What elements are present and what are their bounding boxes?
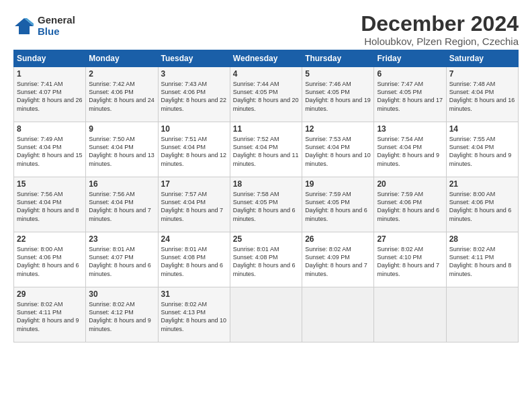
- calendar-cell: [374, 287, 446, 342]
- day-number: 5: [305, 69, 371, 79]
- calendar-cell: 16 Sunrise: 7:56 AMSunset: 4:04 PMDaylig…: [86, 177, 158, 232]
- calendar-cell: 31 Sunrise: 8:02 AMSunset: 4:13 PMDaylig…: [158, 287, 230, 342]
- calendar-cell: 25 Sunrise: 8:01 AMSunset: 4:08 PMDaylig…: [230, 232, 302, 287]
- logo-text: General Blue: [38, 15, 75, 37]
- calendar-cell: 19 Sunrise: 7:59 AMSunset: 4:05 PMDaylig…: [302, 177, 374, 232]
- calendar-cell: [230, 287, 302, 342]
- calendar-week-1: 8 Sunrise: 7:49 AMSunset: 4:04 PMDayligh…: [14, 122, 519, 177]
- day-number: 3: [161, 69, 227, 79]
- calendar-cell: 4 Sunrise: 7:44 AMSunset: 4:05 PMDayligh…: [230, 67, 302, 122]
- day-number: 16: [89, 179, 154, 189]
- cell-info: Sunrise: 7:41 AMSunset: 4:07 PMDaylight:…: [17, 81, 83, 111]
- cell-info: Sunrise: 7:54 AMSunset: 4:04 PMDaylight:…: [377, 136, 439, 167]
- logo: General Blue: [13, 15, 75, 37]
- logo-icon: [13, 17, 35, 36]
- calendar-cell: 1 Sunrise: 7:41 AMSunset: 4:07 PMDayligh…: [14, 67, 86, 122]
- cell-info: Sunrise: 8:01 AMSunset: 4:07 PMDaylight:…: [89, 246, 151, 277]
- day-number: 20: [377, 179, 443, 189]
- day-number: 2: [89, 69, 154, 79]
- calendar-cell: 17 Sunrise: 7:57 AMSunset: 4:04 PMDaylig…: [158, 177, 230, 232]
- month-title: December 2024: [361, 12, 519, 36]
- cell-info: Sunrise: 7:59 AMSunset: 4:06 PMDaylight:…: [377, 191, 439, 222]
- calendar-cell: 11 Sunrise: 7:52 AMSunset: 4:04 PMDaylig…: [230, 122, 302, 177]
- day-number: 8: [17, 124, 83, 134]
- logo-blue: Blue: [38, 26, 75, 38]
- cell-info: Sunrise: 8:00 AMSunset: 4:06 PMDaylight:…: [449, 191, 512, 222]
- cell-info: Sunrise: 8:00 AMSunset: 4:06 PMDaylight:…: [17, 246, 79, 277]
- calendar-week-4: 29 Sunrise: 8:02 AMSunset: 4:11 PMDaylig…: [14, 287, 519, 342]
- cell-info: Sunrise: 7:50 AMSunset: 4:04 PMDaylight:…: [89, 136, 154, 167]
- header: General Blue December 2024 Holoubkov, Pl…: [13, 12, 519, 47]
- day-number: 21: [449, 179, 515, 189]
- calendar-cell: 18 Sunrise: 7:58 AMSunset: 4:05 PMDaylig…: [230, 177, 302, 232]
- day-number: 17: [161, 179, 227, 189]
- day-number: 10: [161, 124, 227, 134]
- calendar-week-2: 15 Sunrise: 7:56 AMSunset: 4:04 PMDaylig…: [14, 177, 519, 232]
- cell-info: Sunrise: 7:51 AMSunset: 4:04 PMDaylight:…: [161, 136, 227, 167]
- calendar-cell: [446, 287, 518, 342]
- cell-info: Sunrise: 8:02 AMSunset: 4:11 PMDaylight:…: [17, 301, 79, 332]
- cell-info: Sunrise: 8:02 AMSunset: 4:10 PMDaylight:…: [377, 246, 439, 277]
- logo-general: General: [38, 15, 75, 26]
- calendar-cell: 6 Sunrise: 7:47 AMSunset: 4:05 PMDayligh…: [374, 67, 446, 122]
- calendar-cell: 10 Sunrise: 7:51 AMSunset: 4:04 PMDaylig…: [158, 122, 230, 177]
- calendar-cell: 23 Sunrise: 8:01 AMSunset: 4:07 PMDaylig…: [86, 232, 158, 287]
- calendar-cell: 30 Sunrise: 8:02 AMSunset: 4:12 PMDaylig…: [86, 287, 158, 342]
- cell-info: Sunrise: 7:47 AMSunset: 4:05 PMDaylight:…: [377, 81, 443, 111]
- calendar-cell: 8 Sunrise: 7:49 AMSunset: 4:04 PMDayligh…: [14, 122, 86, 177]
- calendar-cell: 13 Sunrise: 7:54 AMSunset: 4:04 PMDaylig…: [374, 122, 446, 177]
- day-number: 25: [233, 234, 299, 244]
- day-number: 1: [17, 69, 83, 79]
- calendar-cell: 26 Sunrise: 8:02 AMSunset: 4:09 PMDaylig…: [302, 232, 374, 287]
- cell-info: Sunrise: 7:43 AMSunset: 4:06 PMDaylight:…: [161, 81, 227, 111]
- cell-info: Sunrise: 7:42 AMSunset: 4:06 PMDaylight:…: [89, 81, 154, 111]
- day-number: 27: [377, 234, 443, 244]
- day-number: 31: [161, 289, 227, 299]
- day-number: 12: [305, 124, 371, 134]
- day-number: 29: [17, 289, 83, 299]
- cell-info: Sunrise: 8:02 AMSunset: 4:11 PMDaylight:…: [449, 246, 512, 277]
- location: Holoubkov, Plzen Region, Czechia: [361, 36, 519, 47]
- cell-info: Sunrise: 7:55 AMSunset: 4:04 PMDaylight:…: [449, 136, 512, 167]
- day-number: 22: [17, 234, 83, 244]
- calendar-cell: 28 Sunrise: 8:02 AMSunset: 4:11 PMDaylig…: [446, 232, 518, 287]
- day-number: 7: [449, 69, 515, 79]
- col-monday: Monday: [86, 50, 158, 67]
- title-section: December 2024 Holoubkov, Plzen Region, C…: [361, 12, 519, 47]
- col-sunday: Sunday: [14, 50, 86, 67]
- page-container: General Blue December 2024 Holoubkov, Pl…: [0, 0, 532, 349]
- cell-info: Sunrise: 7:53 AMSunset: 4:04 PMDaylight:…: [305, 136, 371, 167]
- calendar-cell: 27 Sunrise: 8:02 AMSunset: 4:10 PMDaylig…: [374, 232, 446, 287]
- day-number: 26: [305, 234, 371, 244]
- calendar-cell: 21 Sunrise: 8:00 AMSunset: 4:06 PMDaylig…: [446, 177, 518, 232]
- cell-info: Sunrise: 8:01 AMSunset: 4:08 PMDaylight:…: [161, 246, 224, 277]
- cell-info: Sunrise: 8:01 AMSunset: 4:08 PMDaylight:…: [233, 246, 296, 277]
- cell-info: Sunrise: 7:44 AMSunset: 4:05 PMDaylight:…: [233, 81, 299, 111]
- svg-marker-0: [15, 18, 34, 34]
- day-number: 11: [233, 124, 299, 134]
- cell-info: Sunrise: 7:48 AMSunset: 4:04 PMDaylight:…: [449, 81, 515, 111]
- day-number: 14: [449, 124, 515, 134]
- calendar-cell: 20 Sunrise: 7:59 AMSunset: 4:06 PMDaylig…: [374, 177, 446, 232]
- calendar-cell: 29 Sunrise: 8:02 AMSunset: 4:11 PMDaylig…: [14, 287, 86, 342]
- col-wednesday: Wednesday: [230, 50, 302, 67]
- col-saturday: Saturday: [446, 50, 518, 67]
- calendar-cell: 7 Sunrise: 7:48 AMSunset: 4:04 PMDayligh…: [446, 67, 518, 122]
- day-number: 15: [17, 179, 83, 189]
- calendar-cell: 5 Sunrise: 7:46 AMSunset: 4:05 PMDayligh…: [302, 67, 374, 122]
- cell-info: Sunrise: 7:56 AMSunset: 4:04 PMDaylight:…: [17, 191, 79, 222]
- cell-info: Sunrise: 8:02 AMSunset: 4:09 PMDaylight:…: [305, 246, 367, 277]
- calendar-cell: 15 Sunrise: 7:56 AMSunset: 4:04 PMDaylig…: [14, 177, 86, 232]
- calendar-cell: 9 Sunrise: 7:50 AMSunset: 4:04 PMDayligh…: [86, 122, 158, 177]
- day-number: 30: [89, 289, 154, 299]
- cell-info: Sunrise: 8:02 AMSunset: 4:13 PMDaylight:…: [161, 301, 227, 332]
- cell-info: Sunrise: 8:02 AMSunset: 4:12 PMDaylight:…: [89, 301, 151, 332]
- col-tuesday: Tuesday: [158, 50, 230, 67]
- day-number: 19: [305, 179, 371, 189]
- calendar-cell: [302, 287, 374, 342]
- cell-info: Sunrise: 7:59 AMSunset: 4:05 PMDaylight:…: [305, 191, 367, 222]
- calendar-cell: 24 Sunrise: 8:01 AMSunset: 4:08 PMDaylig…: [158, 232, 230, 287]
- calendar-cell: 22 Sunrise: 8:00 AMSunset: 4:06 PMDaylig…: [14, 232, 86, 287]
- calendar-cell: 3 Sunrise: 7:43 AMSunset: 4:06 PMDayligh…: [158, 67, 230, 122]
- header-row: Sunday Monday Tuesday Wednesday Thursday…: [14, 50, 519, 67]
